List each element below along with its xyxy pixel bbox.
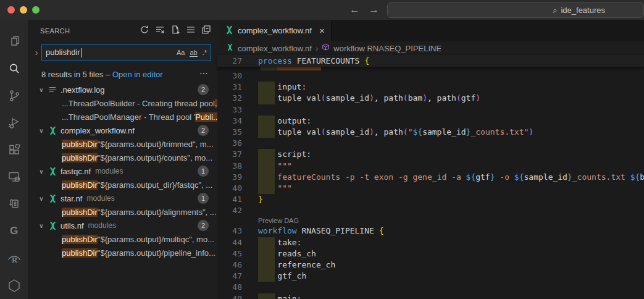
file-result-row[interactable]: ∨utils.nfmodules2 xyxy=(28,219,217,232)
explorer-icon[interactable] xyxy=(0,28,28,55)
nextflow-file-icon xyxy=(48,193,57,203)
toggle-search-details-icon[interactable]: ⋯ xyxy=(199,68,209,78)
source-control-icon[interactable] xyxy=(0,82,28,109)
command-center[interactable]: ⌕ ide_features xyxy=(387,2,644,18)
nextflow-file-icon xyxy=(226,43,234,53)
search-view-icon[interactable] xyxy=(0,55,28,82)
code-line[interactable]: 43workflow RNASEQ_PIPELINE { xyxy=(217,225,644,237)
line-content: tuple val(sample_id), path(bam), path(gt… xyxy=(258,93,644,104)
code-line[interactable]: 48 xyxy=(217,282,644,293)
toggle-replace-icon[interactable]: › xyxy=(31,48,41,57)
close-window-button[interactable] xyxy=(7,6,15,14)
forward-icon[interactable]: → xyxy=(369,4,379,16)
code-line[interactable]: 31 input: xyxy=(217,82,644,93)
partial-bottom-icon[interactable] xyxy=(0,272,28,299)
refresh-icon[interactable] xyxy=(140,25,149,37)
sticky-scroll-line[interactable]: 27process FEATURECOUNTS { xyxy=(217,55,644,67)
minimize-window-button[interactable] xyxy=(20,6,27,14)
code-token: _counts.txt xyxy=(572,172,630,182)
code-token: } xyxy=(567,172,572,182)
regex-toggle[interactable]: .* xyxy=(203,49,207,56)
code-line[interactable]: 47 gtf_ch xyxy=(217,271,644,282)
match-result-row[interactable]: publishDir "${params.output}/pipeline_in… xyxy=(28,246,217,259)
gitlens-icon[interactable]: G xyxy=(0,217,28,245)
run-debug-icon[interactable] xyxy=(0,109,28,137)
match-case-toggle[interactable]: Aa xyxy=(177,49,185,56)
extensions-icon[interactable] xyxy=(0,137,28,164)
code-token: featureCounts -p -t exon -g gene_id -a xyxy=(277,172,466,182)
match-result-row[interactable]: ...ThreadPoolManager - Thread pool 'Publ… xyxy=(28,110,217,124)
match-suffix: "${params.output}/trimmed", m... xyxy=(98,140,214,149)
chevron-down-icon[interactable]: ∨ xyxy=(36,168,46,175)
code-line[interactable]: 46 reference_ch xyxy=(217,259,644,271)
code-line[interactable]: 38 """ xyxy=(217,161,644,172)
code-editor[interactable]: 27process FEATURECOUNTS { 3031 input:32 … xyxy=(217,55,644,299)
code-token: sample_id xyxy=(524,172,567,182)
indent-guide-highlight xyxy=(258,259,275,271)
code-line[interactable]: 37 script: xyxy=(217,149,644,160)
code-line[interactable]: 33 xyxy=(217,104,644,116)
indent-guide-highlight xyxy=(258,127,275,138)
r-language-icon[interactable]: R xyxy=(0,245,28,272)
line-number: 44 xyxy=(217,237,242,248)
maximize-window-button[interactable] xyxy=(32,6,40,14)
codelens-preview-dag[interactable]: Preview DAG xyxy=(217,216,644,225)
match-result-row[interactable]: ...ThreadPoolBuilder - Creating thread p… xyxy=(28,96,217,110)
line-content: } xyxy=(258,194,644,205)
line-number: 37 xyxy=(217,149,242,160)
code-line[interactable]: 42 xyxy=(217,205,644,216)
code-line[interactable]: 32 tuple val(sample_id), path(bam), path… xyxy=(217,93,644,104)
match-result-row[interactable]: publishDir "${params.output_dir}/fastqc"… xyxy=(28,178,217,192)
code-token: } xyxy=(258,195,263,204)
code-line[interactable]: 39 featureCounts -p -t exon -g gene_id -… xyxy=(217,172,644,183)
code-line[interactable]: 44 take: xyxy=(217,237,644,248)
nextflow-file-icon xyxy=(48,125,57,135)
back-icon[interactable]: ← xyxy=(349,4,360,16)
match-result-row[interactable]: publishDir "${params.output}/counts", mo… xyxy=(28,151,217,164)
file-result-row[interactable]: ∨fastqc.nfmodules1 xyxy=(28,164,217,178)
code-line[interactable]: 35 tuple val(sample_id), path("${sample_… xyxy=(217,127,644,138)
tab-complex-workflow[interactable]: complex_workflow.nf × xyxy=(217,20,332,41)
code-token: ${ xyxy=(514,172,524,182)
file-name: star.nf xyxy=(61,194,82,203)
breadcrumb: complex_workflow.nf › workflow RNASEQ_PI… xyxy=(217,41,644,55)
search-input[interactable]: publishdir Aa ab .* xyxy=(41,44,211,61)
match-highlight: publishDir xyxy=(62,208,98,217)
chevron-down-icon[interactable]: ∨ xyxy=(36,86,46,93)
chevron-down-icon[interactable]: ∨ xyxy=(36,127,46,134)
remote-explorer-icon[interactable] xyxy=(0,164,28,191)
new-search-editor-icon[interactable] xyxy=(170,25,180,37)
code-line[interactable]: 40 """ xyxy=(217,183,644,194)
breadcrumb-symbol[interactable]: workflow RNASEQ_PIPELINE xyxy=(333,44,441,53)
file-result-row[interactable]: ∨star.nfmodules1 xyxy=(28,192,217,205)
code-line[interactable]: 49 main: xyxy=(217,293,644,299)
code-line[interactable]: 45 reads_ch xyxy=(217,248,644,259)
match-result-row[interactable]: publishDir "${params.output}/alignments"… xyxy=(28,205,217,219)
task-runner-icon[interactable] xyxy=(0,190,28,217)
code-token: gtf xyxy=(475,172,490,182)
file-result-row[interactable]: ∨complex_workflow.nf2 xyxy=(28,124,217,137)
file-result-row[interactable]: ∨.nextflow.log2 xyxy=(28,83,217,96)
view-as-tree-icon[interactable] xyxy=(186,25,196,37)
code-token: ( xyxy=(403,127,408,137)
close-icon[interactable]: × xyxy=(319,25,325,36)
line-content: featureCounts -p -t exon -g gene_id -a $… xyxy=(258,172,644,183)
collapse-all-icon[interactable] xyxy=(201,25,211,37)
file-name: fastqc.nf xyxy=(61,167,91,176)
code-line[interactable]: 30 xyxy=(217,70,644,82)
match-result-row[interactable]: publishDir "${params.output}/trimmed", m… xyxy=(28,137,217,151)
breadcrumb-file[interactable]: complex_workflow.nf xyxy=(238,44,312,53)
open-in-editor-link[interactable]: Open in editor xyxy=(112,70,163,79)
whole-word-toggle[interactable]: ab xyxy=(190,49,197,57)
clear-results-icon[interactable] xyxy=(155,25,165,37)
code-line[interactable]: 41} xyxy=(217,194,644,205)
match-highlight: publishDir xyxy=(62,140,98,149)
code-line[interactable]: 34 output: xyxy=(217,116,644,127)
code-token: ) xyxy=(422,93,427,103)
chevron-down-icon[interactable]: ∨ xyxy=(36,222,46,229)
code-token: } xyxy=(490,172,495,182)
match-highlight: publishDir xyxy=(62,180,98,190)
code-line[interactable]: 36 xyxy=(217,138,644,149)
chevron-down-icon[interactable]: ∨ xyxy=(36,195,46,202)
match-result-row[interactable]: publishDir "${params.output}/multiqc", m… xyxy=(28,232,217,246)
